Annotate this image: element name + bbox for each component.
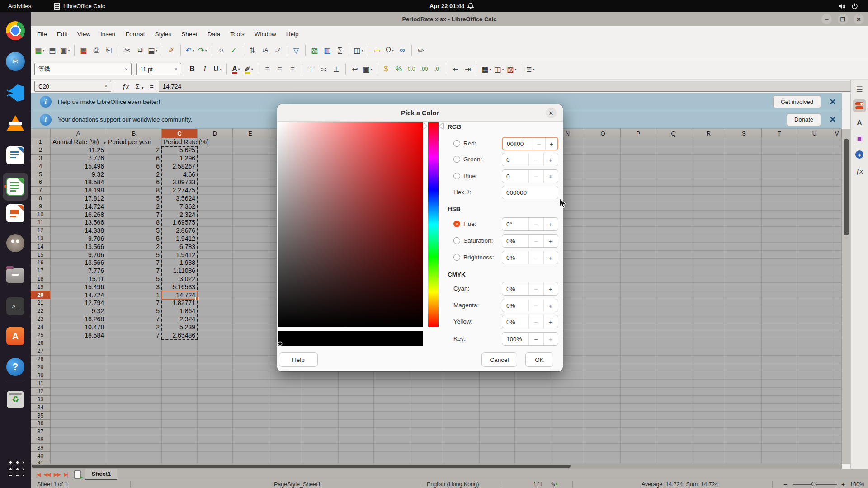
cell-T24[interactable] (762, 323, 797, 331)
cell-C39[interactable] (162, 444, 198, 452)
cell-R40[interactable] (691, 452, 726, 460)
cell-U25[interactable] (797, 331, 832, 339)
row-header-23[interactable]: 23 (31, 315, 51, 324)
cell-R19[interactable] (691, 283, 726, 291)
cell-A11[interactable]: 13.566 (51, 219, 106, 227)
cell-S13[interactable] (726, 235, 762, 243)
red-decrement-icon[interactable]: − (533, 138, 545, 150)
cell-K32[interactable] (444, 388, 480, 396)
green-field[interactable]: 0−+ (502, 153, 558, 166)
cell-R27[interactable] (691, 347, 726, 356)
grid-corner-box[interactable] (31, 129, 51, 138)
cell-V19[interactable] (832, 283, 842, 291)
cell-J37[interactable] (409, 428, 444, 436)
cell-B23[interactable]: 7 (106, 315, 162, 324)
cell-V5[interactable] (832, 170, 842, 178)
cell-A17[interactable]: 7.776 (51, 267, 106, 275)
cell-B31[interactable] (106, 380, 162, 388)
cell-Q28[interactable] (656, 356, 691, 364)
cell-E4[interactable] (233, 162, 268, 170)
donate-button[interactable]: Donate (787, 113, 821, 126)
row-header-6[interactable]: 6 (31, 178, 51, 187)
hex-value[interactable]: 000000 (502, 186, 558, 199)
cell-Q30[interactable] (656, 371, 691, 380)
cell-Q25[interactable] (656, 331, 691, 339)
cell-R5[interactable] (691, 170, 726, 178)
cell-U1[interactable] (797, 138, 832, 146)
cell-E38[interactable] (233, 436, 268, 444)
cell-J32[interactable] (409, 388, 444, 396)
cell-Q7[interactable] (656, 187, 691, 195)
row-header-29[interactable]: 29 (31, 363, 51, 371)
cell-G31[interactable] (303, 380, 339, 388)
cell-B15[interactable]: 5 (106, 251, 162, 259)
cell-R28[interactable] (691, 356, 726, 364)
font-size-input[interactable]: 11 pt˅ (136, 63, 181, 75)
cell-S3[interactable] (726, 155, 762, 163)
function-wizard-icon[interactable]: ƒx (122, 83, 129, 90)
cell-Q20[interactable] (656, 291, 691, 299)
cell-M38[interactable] (515, 436, 550, 444)
cell-T11[interactable] (762, 219, 797, 227)
cell-L31[interactable] (480, 380, 515, 388)
column-header-U[interactable]: U (797, 129, 832, 138)
cell-R6[interactable] (691, 178, 726, 187)
cell-D30[interactable] (198, 371, 233, 380)
cell-U23[interactable] (797, 315, 832, 324)
border-style-icon[interactable]: ◫▾ (494, 63, 505, 75)
cell-T23[interactable] (762, 315, 797, 324)
cell-E20[interactable] (233, 291, 268, 299)
cell-U2[interactable] (797, 146, 832, 155)
cell-A8[interactable]: 17.812 (51, 195, 106, 203)
cell-Q8[interactable] (656, 195, 691, 203)
cell-S7[interactable] (726, 187, 762, 195)
cell-P37[interactable] (621, 428, 656, 436)
cell-U10[interactable] (797, 211, 832, 219)
row-header-34[interactable]: 34 (31, 404, 51, 412)
cell-A9[interactable]: 14.724 (51, 202, 106, 211)
cell-V21[interactable] (832, 299, 842, 307)
horizontal-scrollbar[interactable] (31, 464, 842, 469)
cell-O6[interactable] (585, 178, 621, 187)
saturation-value-field[interactable] (278, 122, 423, 327)
cell-T1[interactable] (762, 138, 797, 146)
cell-P28[interactable] (621, 356, 656, 364)
cell-T34[interactable] (762, 404, 797, 412)
cell-J31[interactable] (409, 380, 444, 388)
row-header-16[interactable]: 16 (31, 259, 51, 267)
cell-Q41[interactable] (656, 460, 691, 464)
cell-E37[interactable] (233, 428, 268, 436)
cell-Q17[interactable] (656, 267, 691, 275)
cell-A4[interactable]: 15.496 (51, 162, 106, 170)
cell-S6[interactable] (726, 178, 762, 187)
merge-cells-icon[interactable]: ▣▾ (362, 63, 373, 75)
cell-E24[interactable] (233, 323, 268, 331)
cell-J35[interactable] (409, 412, 444, 420)
cell-C27[interactable] (162, 347, 198, 356)
cell-S4[interactable] (726, 162, 762, 170)
cell-P11[interactable] (621, 219, 656, 227)
cell-P13[interactable] (621, 235, 656, 243)
dock-ubuntu-software-icon[interactable]: A (5, 326, 25, 346)
red-value[interactable]: 00ff00 (503, 138, 533, 150)
cell-F30[interactable] (268, 371, 303, 380)
column-header-V[interactable]: V (832, 129, 842, 138)
magenta-increment-icon[interactable]: + (543, 299, 558, 312)
cell-A5[interactable]: 9.32 (51, 170, 106, 178)
cell-U32[interactable] (797, 388, 832, 396)
cell-V7[interactable] (832, 187, 842, 195)
cell-E29[interactable] (233, 363, 268, 371)
cell-D5[interactable] (198, 170, 233, 178)
cell-O37[interactable] (585, 428, 621, 436)
cell-S26[interactable] (726, 339, 762, 347)
cell-Q36[interactable] (656, 420, 691, 428)
cell-M32[interactable] (515, 388, 550, 396)
cell-M31[interactable] (515, 380, 550, 388)
cell-A28[interactable] (51, 356, 106, 364)
cell-Q4[interactable] (656, 162, 691, 170)
row-header-18[interactable]: 18 (31, 275, 51, 283)
cell-S38[interactable] (726, 436, 762, 444)
clock-menu[interactable]: Apr 22 01:44 (429, 0, 474, 12)
row-header-3[interactable]: 3 (31, 155, 51, 163)
row-header-24[interactable]: 24 (31, 323, 51, 331)
